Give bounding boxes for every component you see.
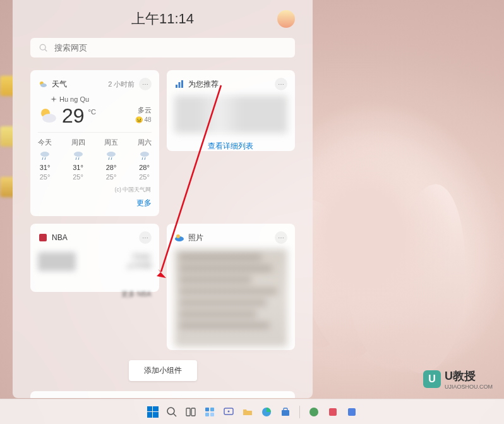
watermark-text: U教授	[445, 368, 493, 384]
svg-line-16	[142, 157, 143, 160]
photos-content-blurred	[174, 249, 288, 347]
rain-icon	[105, 149, 117, 162]
rain-icon	[138, 149, 151, 162]
photos-title: 照片	[188, 233, 203, 243]
nba-icon	[38, 233, 48, 243]
svg-point-0	[40, 44, 45, 50]
weather-icon	[38, 79, 48, 89]
svg-line-17	[145, 157, 145, 160]
forecast-day: 周五 28° 25°	[104, 138, 118, 181]
rain-icon	[72, 149, 85, 162]
svg-rect-30	[205, 408, 209, 411]
watermark-icon: U	[423, 370, 441, 388]
taskbar-search-icon[interactable]	[164, 404, 179, 420]
svg-line-27	[174, 414, 176, 416]
widget-more-button[interactable]: ⋯	[139, 78, 152, 90]
panel-time: 上午11:14	[131, 9, 194, 28]
svg-line-13	[109, 157, 109, 160]
widgets-panel: 上午11:14 天气 2 小时前 ⋯ Hu ng Qu	[13, 0, 313, 398]
svg-rect-32	[205, 413, 209, 416]
svg-point-12	[107, 152, 116, 157]
watermark-url: UJIAOSHOU.COM	[445, 384, 493, 390]
svg-point-5	[42, 114, 56, 123]
svg-rect-33	[210, 413, 214, 416]
store-icon[interactable]	[278, 404, 293, 420]
news-section: 热门故事	[30, 391, 295, 398]
search-icon	[39, 44, 48, 52]
search-bar[interactable]	[30, 38, 295, 58]
weather-title: 天气	[52, 79, 67, 90]
svg-rect-28	[186, 408, 190, 416]
weather-temp: 29	[62, 106, 85, 126]
svg-line-11	[78, 157, 79, 160]
weather-attribution: (c) 中国天气网	[38, 186, 152, 194]
recommend-detail-link[interactable]: 查看详细列表	[174, 141, 288, 152]
svg-line-14	[111, 157, 112, 160]
svg-point-35	[227, 410, 229, 412]
svg-line-1	[45, 49, 47, 51]
recommend-title: 为您推荐	[188, 79, 219, 90]
weather-more-link[interactable]: 更多	[38, 198, 152, 209]
weather-unit: °C	[88, 108, 96, 116]
widget-more-button[interactable]: ⋯	[139, 231, 152, 244]
edge-icon[interactable]	[259, 404, 274, 420]
svg-rect-19	[178, 82, 180, 88]
chat-icon[interactable]	[221, 404, 236, 420]
svg-point-39	[309, 408, 318, 416]
svg-rect-29	[191, 408, 195, 416]
forecast-day: 周四 31° 25°	[71, 138, 85, 181]
weather-updated: 2 小时前	[108, 80, 135, 89]
forecast-row: 今天 31° 25° 周四 31° 25° 周五 28° 25°	[38, 132, 152, 181]
recommend-widget[interactable]: 为您推荐 ⋯ 查看详细列表	[167, 70, 296, 151]
app-icon[interactable]	[325, 404, 340, 420]
svg-rect-20	[181, 80, 183, 88]
forecast-day: 周六 28° 25°	[138, 138, 152, 181]
widget-more-button[interactable]: ⋯	[275, 231, 287, 244]
svg-rect-40	[329, 408, 337, 416]
rain-icon	[39, 149, 51, 162]
svg-line-7	[42, 157, 43, 160]
chart-icon	[174, 79, 184, 89]
svg-point-15	[140, 152, 149, 157]
svg-rect-31	[210, 408, 214, 411]
widget-more-button[interactable]: ⋯	[275, 78, 287, 90]
svg-line-10	[76, 157, 76, 160]
sun-cloud-icon	[38, 106, 58, 126]
svg-point-9	[74, 152, 83, 157]
svg-point-3	[40, 83, 47, 87]
svg-point-6	[40, 152, 49, 157]
watermark: U U教授 UJIAOSHOU.COM	[418, 366, 498, 392]
add-widget-button[interactable]: 添加小组件	[129, 360, 197, 381]
explorer-icon[interactable]	[240, 404, 255, 420]
task-view-icon[interactable]	[183, 404, 198, 420]
svg-rect-41	[348, 408, 356, 416]
app-icon[interactable]	[306, 404, 321, 420]
start-button[interactable]	[145, 404, 160, 420]
widgets-icon[interactable]	[202, 404, 217, 420]
weather-widget[interactable]: 天气 2 小时前 ⋯ Hu ng Qu 29 °C 多	[30, 70, 159, 216]
weather-location: Hu ng Qu	[51, 95, 152, 103]
weather-aqi: 😐 48	[135, 116, 152, 123]
search-input[interactable]	[54, 43, 286, 52]
nba-widget[interactable]: NBA ⋯ 7月3日 上午9:00 更多 NBA	[30, 224, 159, 292]
nba-title: NBA	[52, 233, 68, 242]
svg-rect-23	[39, 234, 47, 241]
svg-point-26	[167, 408, 174, 415]
nba-content-blurred: 7月3日 上午9:00	[38, 249, 152, 274]
weather-condition: 多云	[135, 106, 152, 115]
recommend-content-blurred	[174, 95, 288, 133]
app-icon[interactable]	[344, 404, 359, 420]
user-avatar[interactable]	[277, 10, 295, 28]
nba-more-link[interactable]: 更多 NBA	[38, 289, 152, 299]
svg-point-22	[176, 234, 180, 238]
photos-icon	[174, 233, 184, 243]
forecast-day: 今天 31° 25°	[38, 138, 52, 181]
svg-rect-38	[284, 408, 287, 411]
svg-line-8	[45, 157, 45, 160]
location-icon	[51, 96, 57, 102]
taskbar	[0, 399, 504, 424]
svg-rect-18	[176, 85, 177, 88]
taskbar-divider	[299, 406, 300, 418]
photos-widget[interactable]: 照片 ⋯	[167, 224, 296, 350]
